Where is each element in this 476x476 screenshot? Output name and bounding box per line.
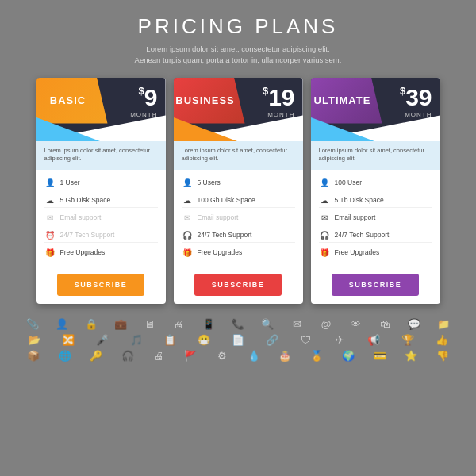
user-icon: 👤 bbox=[53, 318, 71, 331]
plan-price-business: $ 19 MONTH bbox=[263, 86, 295, 118]
feature-text: 24/7 Tech Support bbox=[198, 231, 252, 239]
briefcase-icon: 💼 bbox=[112, 318, 129, 331]
search-icon: 🔍 bbox=[259, 318, 276, 331]
plans-container: BASIC $ 9 MONTH Lorem ipsum dolor sit am… bbox=[36, 78, 440, 304]
gear-icon: ⚙ bbox=[213, 350, 231, 363]
plan-features-ultimate: 👤100 User ☁5 Tb Disk Space ✉Email suppor… bbox=[311, 170, 440, 266]
mobile-icon: 📱 bbox=[200, 318, 217, 331]
feature-icon: 🎁 bbox=[319, 248, 330, 257]
link-icon: 🔗 bbox=[263, 334, 281, 347]
feature-item: 🎧24/7 Tech Support bbox=[182, 228, 295, 243]
feature-icon: 👤 bbox=[44, 178, 56, 187]
plan-desc-ultimate: Lorem ipsum dolor sit amet, consectetur … bbox=[311, 141, 440, 170]
medal-icon: 🏅 bbox=[308, 350, 325, 363]
plan-desc-business: Lorem ipsum dolor sit amet, consectetur … bbox=[174, 141, 303, 170]
feature-icon: 👤 bbox=[182, 178, 193, 187]
feature-item: 👤1 User bbox=[44, 176, 158, 190]
feature-text: 5 Users bbox=[198, 178, 221, 186]
folder-open-icon: 📂 bbox=[25, 334, 43, 347]
plan-footer-ultimate: SUBSCRIBE bbox=[311, 266, 440, 304]
chat-icon: 💬 bbox=[405, 318, 423, 331]
icons-row-3: 📦 🌐 🔑 🎧 🖨 🚩 ⚙ 💧 🎂 🏅 🌍 💳 ⭐ 👎 bbox=[17, 350, 459, 363]
feature-item: 🎁Free Upgrades bbox=[319, 246, 432, 259]
price-period-ultimate: MONTH bbox=[405, 111, 432, 118]
feature-icon: ☁ bbox=[319, 196, 330, 205]
feature-item: 👤5 Users bbox=[182, 176, 295, 190]
icons-row-1: 📎 👤 🔒 💼 🖥 🖨 📱 📞 🔍 ✉ @ 👁 🛍 💬 📁 bbox=[17, 318, 459, 331]
feature-icon: 👤 bbox=[319, 178, 330, 187]
cake-icon: 🎂 bbox=[276, 350, 294, 363]
earth-icon: 🌍 bbox=[340, 350, 357, 363]
feature-text: 5 Tb Disk Space bbox=[335, 196, 384, 204]
feature-text: 100 User bbox=[335, 178, 363, 186]
feature-text: 5 Gb Disk Space bbox=[60, 196, 111, 204]
folder-icon: 📁 bbox=[435, 318, 452, 331]
paperclip-icon: 📎 bbox=[24, 318, 41, 331]
printer-icon: 🖨 bbox=[171, 318, 188, 331]
plan-card-business: BUSINESS $ 19 MONTH Lorem ipsum dolor si… bbox=[174, 78, 303, 304]
feature-item: ✉Email support bbox=[182, 211, 295, 225]
plan-features-business: 👤5 Users ☁100 Gb Disk Space ✉Email suppo… bbox=[174, 170, 303, 266]
lock-icon: 🔒 bbox=[83, 318, 100, 331]
icons-row-2: 📂 🔀 🎤 🎵 📋 😷 📄 🔗 🛡 ✈ 📢 🏆 👍 bbox=[17, 334, 459, 347]
feature-item: 👤100 User bbox=[319, 176, 432, 190]
feature-text: Free Upgrades bbox=[198, 248, 243, 256]
feature-text: 1 User bbox=[60, 178, 80, 186]
plan-footer-basic: SUBSCRIBE bbox=[36, 266, 166, 304]
feature-text: 24/7 Tech Support bbox=[60, 231, 115, 239]
share-icon: 🔀 bbox=[60, 334, 77, 347]
trophy-icon: 🏆 bbox=[399, 334, 416, 347]
clipboard-icon: 📋 bbox=[161, 334, 178, 347]
icons-grid: 📎 👤 🔒 💼 🖥 🖨 📱 📞 🔍 ✉ @ 👁 🛍 💬 📁 📂 🔀 🎤 🎵 📋 … bbox=[8, 315, 468, 366]
feature-item: 🎧24/7 Tech Support bbox=[319, 228, 432, 243]
page-subtitle: Lorem ipsum dolor sit amet, consectetur … bbox=[135, 44, 342, 67]
feature-icon: ⏰ bbox=[44, 231, 56, 240]
monitor-icon: 🖥 bbox=[141, 318, 159, 331]
plan-desc-basic: Lorem ipsum dolor sit amet, consectetur … bbox=[36, 141, 166, 170]
globe-icon: 🌐 bbox=[56, 350, 74, 363]
feature-icon: 🎁 bbox=[182, 248, 193, 257]
price-dollar-business: $ bbox=[263, 86, 268, 96]
feature-icon: 🎧 bbox=[319, 231, 330, 240]
doc-icon: 📄 bbox=[229, 334, 247, 347]
feature-text: Email support bbox=[60, 213, 102, 221]
feature-text: Free Upgrades bbox=[60, 248, 106, 256]
feature-item: ☁100 Gb Disk Space bbox=[182, 194, 295, 208]
feature-item: ☁5 Tb Disk Space bbox=[319, 194, 432, 208]
plan-footer-business: SUBSCRIBE bbox=[174, 266, 303, 304]
feature-icon: ✉ bbox=[319, 213, 330, 222]
key-icon: 🔑 bbox=[87, 350, 105, 363]
feature-item: ⏰24/7 Tech Support bbox=[44, 228, 158, 243]
feature-icon: ✉ bbox=[182, 213, 193, 222]
plane-icon: ✈ bbox=[331, 334, 348, 347]
price-amount-business: 19 bbox=[268, 86, 294, 109]
shield-icon: 🛡 bbox=[298, 334, 315, 347]
mail-icon: ✉ bbox=[288, 318, 305, 331]
price-dollar-ultimate: $ bbox=[400, 86, 405, 96]
card-icon: 💳 bbox=[371, 350, 389, 363]
feature-icon: ☁ bbox=[44, 196, 56, 205]
subscribe-button-basic[interactable]: SUBSCRIBE bbox=[57, 274, 144, 296]
eye-icon: 👁 bbox=[347, 318, 364, 331]
phone-icon: 📞 bbox=[229, 318, 247, 331]
plan-header-basic: BASIC $ 9 MONTH bbox=[36, 78, 166, 141]
subscribe-button-business[interactable]: SUBSCRIBE bbox=[194, 274, 282, 296]
headphone-icon: 🎧 bbox=[119, 350, 136, 363]
megaphone-icon: 📢 bbox=[365, 334, 382, 347]
feature-item: 🎁Free Upgrades bbox=[44, 246, 158, 259]
feature-text: 100 Gb Disk Space bbox=[198, 196, 255, 204]
plan-price-ultimate: $ 39 MONTH bbox=[400, 86, 432, 118]
feature-text: Free Upgrades bbox=[335, 248, 380, 256]
feature-icon: ☁ bbox=[182, 196, 193, 205]
plan-card-ultimate: ULTIMATE $ 39 MONTH Lorem ipsum dolor si… bbox=[311, 78, 440, 304]
feature-icon: 🎧 bbox=[182, 231, 193, 240]
flag-icon: 🚩 bbox=[182, 350, 199, 363]
subscribe-button-ultimate[interactable]: SUBSCRIBE bbox=[332, 274, 419, 296]
plan-features-basic: 👤1 User ☁5 Gb Disk Space ✉Email support … bbox=[36, 170, 166, 266]
music-icon: 🎵 bbox=[128, 334, 145, 347]
box-icon: 📦 bbox=[25, 350, 42, 363]
mic-icon: 🎤 bbox=[94, 334, 111, 347]
plan-header-ultimate: ULTIMATE $ 39 MONTH bbox=[311, 78, 440, 141]
feature-text: Email support bbox=[198, 213, 239, 221]
thumbsup-icon: 👍 bbox=[433, 334, 451, 347]
